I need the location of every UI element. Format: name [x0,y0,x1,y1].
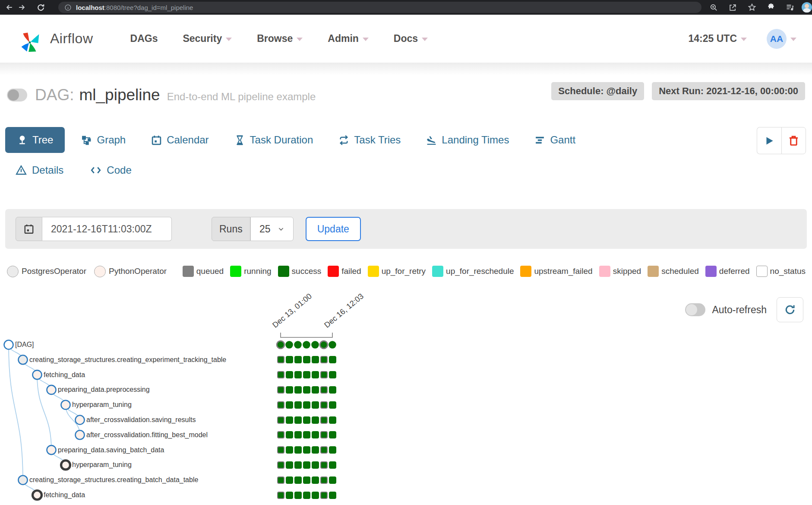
task-label[interactable]: after_crossvalidation.saving_results [86,415,196,425]
task-instance-square[interactable] [329,371,336,378]
task-instance-square[interactable] [320,401,328,409]
dag-run-circle[interactable] [311,341,319,349]
task-instance-square[interactable] [277,492,284,499]
task-instance-square[interactable] [312,476,319,484]
task-instance-square[interactable] [312,416,319,424]
task-instance-square[interactable] [329,401,336,409]
dag-run-circle[interactable] [277,341,284,349]
task-label[interactable]: preparing_data.preprocessing [58,385,150,394]
dag-run-circle[interactable] [303,341,310,349]
task-instance-square[interactable] [277,416,284,424]
task-instance-square[interactable] [303,492,310,499]
task-node-circle[interactable] [47,385,56,394]
task-instance-square[interactable] [312,356,319,363]
task-instance-square[interactable] [329,492,336,499]
task-instance-square[interactable] [329,386,336,394]
task-instance-square[interactable] [294,416,302,424]
task-instance-square[interactable] [277,356,284,363]
task-instance-square[interactable] [303,401,310,409]
task-instance-square[interactable] [286,476,293,484]
task-node-circle[interactable] [33,370,42,379]
task-instance-square[interactable] [294,476,302,484]
task-instance-square[interactable] [303,461,310,469]
task-instance-square[interactable] [312,401,319,409]
task-instance-square[interactable] [294,446,302,454]
task-instance-square[interactable] [286,356,293,363]
task-instance-square[interactable] [329,416,336,424]
task-instance-square[interactable] [286,431,293,438]
task-node-circle[interactable] [76,416,85,425]
dag-run-circle[interactable] [285,341,293,349]
task-instance-square[interactable] [286,401,293,409]
task-instance-square[interactable] [303,386,310,394]
task-node-circle[interactable] [4,340,13,349]
task-instance-square[interactable] [329,461,336,469]
task-instance-square[interactable] [312,386,319,394]
task-instance-square[interactable] [303,476,310,484]
task-label[interactable]: hyperparam_tuning [72,400,132,410]
task-instance-square[interactable] [312,446,319,454]
task-instance-square[interactable] [294,492,302,499]
task-instance-square[interactable] [277,461,284,469]
task-node-circle[interactable] [19,355,28,364]
task-instance-square[interactable] [312,431,319,438]
task-instance-square[interactable] [320,431,328,438]
task-instance-square[interactable] [294,401,302,409]
task-label[interactable]: creating_storage_structures.creating_exp… [29,355,226,365]
task-label[interactable]: creating_storage_structures.creating_bat… [29,475,198,485]
task-instance-square[interactable] [286,461,293,469]
task-instance-square[interactable] [277,371,284,378]
task-label[interactable]: preparing_data.saving_batch_data [58,445,164,455]
dag-run-circle[interactable] [329,341,336,349]
task-label[interactable]: hyperparam_tuning [72,460,132,470]
task-instance-square[interactable] [312,461,319,469]
task-instance-square[interactable] [312,492,319,499]
task-instance-square[interactable] [320,461,328,469]
task-instance-square[interactable] [303,431,310,438]
task-instance-square[interactable] [303,446,310,454]
task-instance-square[interactable] [294,461,302,469]
task-instance-square[interactable] [329,476,336,484]
task-instance-square[interactable] [294,356,302,363]
task-instance-square[interactable] [286,371,293,378]
task-instance-square[interactable] [329,356,336,363]
task-instance-square[interactable] [277,476,284,484]
task-node-circle[interactable] [61,461,70,470]
task-instance-square[interactable] [303,371,310,378]
task-instance-square[interactable] [286,446,293,454]
task-instance-square[interactable] [320,371,328,378]
task-node-circle[interactable] [47,445,56,454]
task-instance-square[interactable] [303,416,310,424]
tree-edge [9,345,23,480]
dag-run-circle[interactable] [320,341,328,349]
task-instance-square[interactable] [277,446,284,454]
task-instance-square[interactable] [320,476,328,484]
task-instance-square[interactable] [320,416,328,424]
task-instance-square[interactable] [320,446,328,454]
task-label[interactable]: fetching_data [44,490,85,500]
task-instance-square[interactable] [277,401,284,409]
task-instance-square[interactable] [294,371,302,378]
task-label[interactable]: after_crossvalidation.fitting_best_model [86,430,208,440]
task-instance-square[interactable] [286,416,293,424]
task-instance-square[interactable] [329,446,336,454]
dag-run-circle[interactable] [294,341,302,349]
task-node-circle[interactable] [76,430,85,439]
task-instance-square[interactable] [294,431,302,438]
task-label[interactable]: fetching_data [44,370,85,380]
task-instance-square[interactable] [294,386,302,394]
task-node-circle[interactable] [33,491,42,500]
task-instance-square[interactable] [303,356,310,363]
task-instance-square[interactable] [329,431,336,438]
task-instance-square[interactable] [312,371,319,378]
task-node-circle[interactable] [61,400,70,410]
task-instance-square[interactable] [286,492,293,499]
task-instance-square[interactable] [286,386,293,394]
task-instance-square[interactable] [320,386,328,394]
task-instance-square[interactable] [277,386,284,394]
task-instance-square[interactable] [277,431,284,438]
task-instance-square[interactable] [320,356,328,363]
task-instance-square[interactable] [320,492,328,499]
dag-root-label[interactable]: [DAG] [15,340,34,349]
task-node-circle[interactable] [19,476,28,485]
